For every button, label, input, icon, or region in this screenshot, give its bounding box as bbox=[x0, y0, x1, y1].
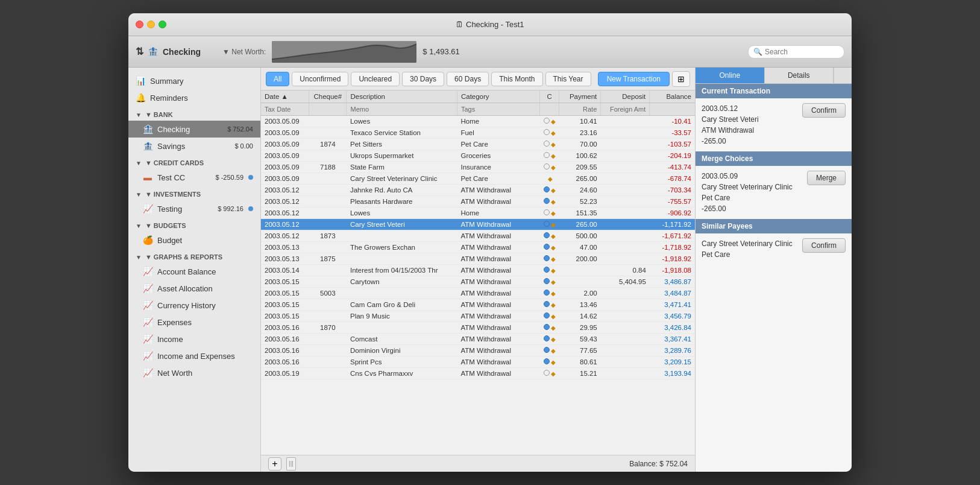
status-dot-empty bbox=[544, 129, 550, 135]
sidebar-item-net-worth[interactable]: 📈 Net Worth bbox=[128, 364, 260, 381]
table-row[interactable]: 2003.05.16 1870 ATM Withdrawal ◆ 29.95 3… bbox=[261, 322, 695, 334]
table-row[interactable]: 2003.05.15 Cam Cam Gro & Deli ATM Withdr… bbox=[261, 299, 695, 311]
sidebar-item-account-balance[interactable]: 📈 Account Balance bbox=[128, 263, 260, 280]
col-header-balance[interactable]: Balance bbox=[650, 90, 695, 103]
tab-details[interactable]: Details bbox=[765, 68, 834, 83]
maximize-button[interactable] bbox=[159, 21, 166, 28]
table-row[interactable]: 2003.05.12 1873 ATM Withdrawal ◆ 500.00 … bbox=[261, 230, 695, 242]
table-row[interactable]: 2003.05.15 Carytown ATM Withdrawal ◆ 5,4… bbox=[261, 276, 695, 288]
filter-this-year[interactable]: This Year bbox=[545, 72, 591, 86]
table-row[interactable]: 2003.05.15 Plan 9 Music ATM Withdrawal ◆… bbox=[261, 311, 695, 322]
new-transaction-button[interactable]: New Transaction bbox=[598, 72, 670, 86]
table-row[interactable]: 2003.05.16 Sprint Pcs ATM Withdrawal ◆ 8… bbox=[261, 357, 695, 368]
similar-payees-confirm-button[interactable]: Confirm bbox=[802, 238, 846, 253]
account-selector[interactable]: ⇅ 🏦 Checking bbox=[136, 46, 201, 57]
table-row[interactable]: 2003.05.14 Interest from 04/15/2003 Thr … bbox=[261, 265, 695, 276]
sidebar-item-test-cc[interactable]: ▬ Test CC $ -250.59 bbox=[128, 169, 260, 186]
ct-payee: Cary Street Veteri bbox=[702, 114, 759, 125]
diamond-icon: ◆ bbox=[551, 359, 556, 366]
cell-cheque bbox=[309, 345, 347, 357]
filter-uncleared[interactable]: Uncleared bbox=[351, 72, 400, 86]
table-row[interactable]: 2003.05.13 1875 ATM Withdrawal ◆ 200.00 … bbox=[261, 253, 695, 265]
sidebar: 📊 Summary 🔔 Reminders ▼ ▼ BANK 🏦 Checkin… bbox=[128, 68, 261, 472]
sidebar-section-credit-cards[interactable]: ▼ ▼ CREDIT CARDS bbox=[128, 154, 260, 169]
sidebar-item-checking[interactable]: 🏦 Checking $ 752.04 bbox=[128, 121, 260, 138]
cell-desc: Cam Cam Gro & Deli bbox=[347, 299, 457, 311]
col-header-description[interactable]: Description bbox=[347, 90, 457, 103]
table-row[interactable]: 2003.05.09 Lowes Home ◆ 10.41 -10.41 bbox=[261, 116, 695, 127]
table-row[interactable]: 2003.05.09 Cary Street Veterinary Clinic… bbox=[261, 173, 695, 185]
col-header-deposit[interactable]: Deposit bbox=[601, 90, 650, 103]
minimize-button[interactable] bbox=[147, 21, 155, 28]
cell-cheque bbox=[309, 276, 347, 288]
sidebar-section-investments[interactable]: ▼ ▼ INVESTMENTS bbox=[128, 186, 260, 200]
bank-chevron: ▼ bbox=[136, 112, 142, 118]
filter-30-days[interactable]: 30 Days bbox=[402, 72, 444, 86]
table-row[interactable]: 2003.05.16 Dominion Virgini ATM Withdraw… bbox=[261, 345, 695, 357]
cell-c: ◆ bbox=[540, 334, 559, 345]
col-header-cheque[interactable]: Cheque# bbox=[309, 90, 347, 103]
cell-desc: Comcast bbox=[347, 334, 457, 345]
table-row[interactable]: 2003.05.12 Jahnke Rd. Auto CA ATM Withdr… bbox=[261, 185, 695, 196]
sidebar-item-summary[interactable]: 📊 Summary bbox=[128, 72, 260, 89]
sidebar-item-currency-history[interactable]: 📈 Currency History bbox=[128, 297, 260, 314]
table-row[interactable]: 2003.05.12 Cary Street Veteri ATM Withdr… bbox=[261, 219, 695, 230]
filter-unconfirmed[interactable]: Unconfirmed bbox=[292, 72, 348, 86]
close-button[interactable] bbox=[136, 21, 143, 28]
resize-handle[interactable]: ||| bbox=[286, 457, 296, 471]
diamond-icon: ◆ bbox=[551, 302, 556, 308]
sidebar-item-budget[interactable]: 🍊 Budget bbox=[128, 232, 260, 249]
diamond-icon: ◆ bbox=[551, 141, 556, 148]
sidebar-item-testing[interactable]: 📈 Testing $ 992.16 bbox=[128, 200, 260, 217]
cell-date: 2003.05.19 bbox=[261, 368, 309, 379]
current-transaction-confirm-button[interactable]: Confirm bbox=[802, 103, 846, 118]
sidebar-item-savings[interactable]: 🏦 Savings $ 0.00 bbox=[128, 138, 260, 154]
filter-all[interactable]: All bbox=[266, 72, 289, 86]
search-box[interactable]: 🔍 bbox=[748, 45, 844, 59]
cell-balance: 3,426.84 bbox=[650, 322, 695, 334]
sidebar-item-expenses[interactable]: 📈 Expenses bbox=[128, 314, 260, 331]
cell-c: ◆ bbox=[540, 311, 559, 322]
status-dot-empty bbox=[544, 118, 550, 124]
filter-60-days[interactable]: 60 Days bbox=[447, 72, 489, 86]
cell-desc: Interest from 04/15/2003 Thr bbox=[347, 265, 457, 276]
merge-button[interactable]: Merge bbox=[807, 171, 846, 185]
status-dot-blue bbox=[544, 335, 550, 341]
sidebar-item-reminders[interactable]: 🔔 Reminders bbox=[128, 89, 260, 106]
table-row[interactable]: 2003.05.09 Ukrops Supermarket Groceries … bbox=[261, 150, 695, 162]
sidebar-item-income-expenses[interactable]: 📈 Income and Expenses bbox=[128, 347, 260, 364]
table-row[interactable]: 2003.05.12 Pleasants Hardware ATM Withdr… bbox=[261, 196, 695, 208]
search-input[interactable] bbox=[765, 48, 831, 56]
col-header-payment[interactable]: Payment bbox=[559, 90, 601, 103]
cell-deposit bbox=[601, 173, 650, 185]
sidebar-item-income[interactable]: 📈 Income bbox=[128, 331, 260, 347]
sidebar-section-budgets[interactable]: ▼ ▼ BUDGETS bbox=[128, 217, 260, 232]
table-row[interactable]: 2003.05.13 The Growers Exchan ATM Withdr… bbox=[261, 242, 695, 253]
col-header-c[interactable]: C bbox=[540, 90, 559, 103]
cell-balance: -1,918.08 bbox=[650, 265, 695, 276]
columns-button[interactable]: ⊞ bbox=[672, 71, 690, 87]
add-transaction-button[interactable]: + bbox=[268, 457, 281, 471]
filter-this-month[interactable]: This Month bbox=[491, 72, 542, 86]
mc-type: Pet Care bbox=[702, 192, 793, 203]
sidebar-item-asset-allocation[interactable]: 📈 Asset Allocation bbox=[128, 280, 260, 297]
table-row[interactable]: 2003.05.09 1874 Pet Sitters Pet Care ◆ 7… bbox=[261, 139, 695, 150]
table-row[interactable]: 2003.05.19 Cns Cvs Pharmaxxv ATM Withdra… bbox=[261, 368, 695, 379]
table-row[interactable]: 2003.05.15 5003 ATM Withdrawal ◆ 2.00 3,… bbox=[261, 288, 695, 299]
cell-cheque bbox=[309, 311, 347, 322]
table-row[interactable]: 2003.05.12 Lowes Home ◆ 151.35 -906.92 bbox=[261, 208, 695, 219]
cell-cheque bbox=[309, 116, 347, 127]
table-row[interactable]: 2003.05.09 7188 State Farm Insurance ◆ 2… bbox=[261, 162, 695, 173]
table-row[interactable]: 2003.05.16 Comcast ATM Withdrawal ◆ 59.4… bbox=[261, 334, 695, 345]
sidebar-section-graphs[interactable]: ▼ ▼ GRAPHS & REPORTS bbox=[128, 249, 260, 263]
title-text: 🗓 Checking - Test1 bbox=[456, 20, 524, 29]
table-row[interactable]: 2003.05.09 Texaco Service Station Fuel ◆… bbox=[261, 127, 695, 139]
cell-balance: -413.74 bbox=[650, 162, 695, 173]
tab-online[interactable]: Online bbox=[696, 68, 765, 83]
cell-payment: 29.95 bbox=[559, 322, 601, 334]
col-header-category[interactable]: Category bbox=[457, 90, 539, 103]
panel-expand[interactable] bbox=[834, 68, 852, 83]
cell-desc: Plan 9 Music bbox=[347, 311, 457, 322]
sidebar-section-bank[interactable]: ▼ ▼ BANK bbox=[128, 106, 260, 121]
col-header-date[interactable]: Date ▲ bbox=[261, 90, 309, 103]
